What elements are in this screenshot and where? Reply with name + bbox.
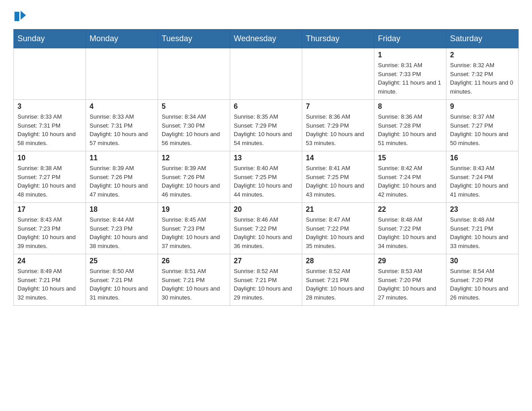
day-number: 3 <box>17 103 82 111</box>
day-number: 22 <box>378 206 442 214</box>
day-info: Sunrise: 8:35 AM Sunset: 7:29 PM Dayligh… <box>234 112 298 147</box>
day-number: 9 <box>450 103 515 111</box>
calendar-cell: 18Sunrise: 8:44 AM Sunset: 7:23 PM Dayli… <box>86 203 158 254</box>
day-number: 24 <box>17 257 82 265</box>
calendar-cell <box>230 48 302 100</box>
day-number: 4 <box>90 103 154 111</box>
day-info: Sunrise: 8:40 AM Sunset: 7:25 PM Dayligh… <box>234 164 298 199</box>
calendar-cell: 26Sunrise: 8:51 AM Sunset: 7:21 PM Dayli… <box>158 254 230 306</box>
day-number: 1 <box>378 51 442 59</box>
day-info: Sunrise: 8:39 AM Sunset: 7:26 PM Dayligh… <box>90 164 154 199</box>
day-info: Sunrise: 8:36 AM Sunset: 7:28 PM Dayligh… <box>378 112 442 147</box>
calendar-cell: 4Sunrise: 8:33 AM Sunset: 7:31 PM Daylig… <box>86 100 158 151</box>
day-number: 25 <box>90 257 154 265</box>
day-info: Sunrise: 8:52 AM Sunset: 7:21 PM Dayligh… <box>306 267 370 302</box>
day-number: 20 <box>234 206 298 214</box>
calendar-cell: 29Sunrise: 8:53 AM Sunset: 7:20 PM Dayli… <box>374 254 446 306</box>
week-row-1: 1Sunrise: 8:31 AM Sunset: 7:33 PM Daylig… <box>14 48 519 100</box>
calendar-cell: 21Sunrise: 8:47 AM Sunset: 7:22 PM Dayli… <box>302 203 374 254</box>
day-number: 29 <box>378 257 442 265</box>
weekday-header-tuesday: Tuesday <box>158 30 230 48</box>
day-number: 19 <box>162 206 226 214</box>
calendar-cell: 15Sunrise: 8:42 AM Sunset: 7:24 PM Dayli… <box>374 151 446 203</box>
day-info: Sunrise: 8:33 AM Sunset: 7:31 PM Dayligh… <box>90 112 154 147</box>
calendar-cell: 14Sunrise: 8:41 AM Sunset: 7:25 PM Dayli… <box>302 151 374 203</box>
day-info: Sunrise: 8:36 AM Sunset: 7:29 PM Dayligh… <box>306 112 370 147</box>
calendar-cell <box>14 48 86 100</box>
day-info: Sunrise: 8:31 AM Sunset: 7:33 PM Dayligh… <box>378 61 442 96</box>
day-number: 21 <box>306 206 370 214</box>
calendar-cell: 20Sunrise: 8:46 AM Sunset: 7:22 PM Dayli… <box>230 203 302 254</box>
calendar-cell: 25Sunrise: 8:50 AM Sunset: 7:21 PM Dayli… <box>86 254 158 306</box>
day-info: Sunrise: 8:45 AM Sunset: 7:23 PM Dayligh… <box>162 215 226 250</box>
calendar-cell: 8Sunrise: 8:36 AM Sunset: 7:28 PM Daylig… <box>374 100 446 151</box>
calendar-cell: 2Sunrise: 8:32 AM Sunset: 7:32 PM Daylig… <box>446 48 519 100</box>
week-row-3: 10Sunrise: 8:38 AM Sunset: 7:27 PM Dayli… <box>14 151 519 203</box>
day-info: Sunrise: 8:49 AM Sunset: 7:21 PM Dayligh… <box>17 267 82 302</box>
calendar-cell: 9Sunrise: 8:37 AM Sunset: 7:27 PM Daylig… <box>446 100 519 151</box>
calendar-cell: 6Sunrise: 8:35 AM Sunset: 7:29 PM Daylig… <box>230 100 302 151</box>
day-info: Sunrise: 8:44 AM Sunset: 7:23 PM Dayligh… <box>90 215 154 250</box>
day-number: 28 <box>306 257 370 265</box>
day-info: Sunrise: 8:51 AM Sunset: 7:21 PM Dayligh… <box>162 267 226 302</box>
day-info: Sunrise: 8:46 AM Sunset: 7:22 PM Dayligh… <box>234 215 298 250</box>
calendar-cell: 13Sunrise: 8:40 AM Sunset: 7:25 PM Dayli… <box>230 151 302 203</box>
week-row-2: 3Sunrise: 8:33 AM Sunset: 7:31 PM Daylig… <box>14 100 519 151</box>
calendar-cell: 11Sunrise: 8:39 AM Sunset: 7:26 PM Dayli… <box>86 151 158 203</box>
weekday-header-friday: Friday <box>374 30 446 48</box>
day-info: Sunrise: 8:43 AM Sunset: 7:24 PM Dayligh… <box>450 164 515 199</box>
calendar-cell: 7Sunrise: 8:36 AM Sunset: 7:29 PM Daylig… <box>302 100 374 151</box>
day-info: Sunrise: 8:47 AM Sunset: 7:22 PM Dayligh… <box>306 215 370 250</box>
day-number: 18 <box>90 206 154 214</box>
calendar-cell: 12Sunrise: 8:39 AM Sunset: 7:26 PM Dayli… <box>158 151 230 203</box>
day-info: Sunrise: 8:41 AM Sunset: 7:25 PM Dayligh… <box>306 164 370 199</box>
day-number: 11 <box>90 154 154 162</box>
day-info: Sunrise: 8:54 AM Sunset: 7:20 PM Dayligh… <box>450 267 515 302</box>
day-info: Sunrise: 8:39 AM Sunset: 7:26 PM Dayligh… <box>162 164 226 199</box>
day-number: 5 <box>162 103 226 111</box>
calendar-cell: 10Sunrise: 8:38 AM Sunset: 7:27 PM Dayli… <box>14 151 86 203</box>
day-number: 10 <box>17 154 82 162</box>
day-info: Sunrise: 8:52 AM Sunset: 7:21 PM Dayligh… <box>234 267 298 302</box>
day-info: Sunrise: 8:53 AM Sunset: 7:20 PM Dayligh… <box>378 267 442 302</box>
weekday-header-thursday: Thursday <box>302 30 374 48</box>
day-info: Sunrise: 8:33 AM Sunset: 7:31 PM Dayligh… <box>17 112 82 147</box>
day-info: Sunrise: 8:37 AM Sunset: 7:27 PM Dayligh… <box>450 112 515 147</box>
calendar-cell: 3Sunrise: 8:33 AM Sunset: 7:31 PM Daylig… <box>14 100 86 151</box>
calendar-table: SundayMondayTuesdayWednesdayThursdayFrid… <box>13 29 519 306</box>
day-info: Sunrise: 8:43 AM Sunset: 7:23 PM Dayligh… <box>17 215 82 250</box>
day-info: Sunrise: 8:50 AM Sunset: 7:21 PM Dayligh… <box>90 267 154 302</box>
day-number: 6 <box>234 103 298 111</box>
day-number: 17 <box>17 206 82 214</box>
calendar-cell <box>302 48 374 100</box>
weekday-header-saturday: Saturday <box>446 30 519 48</box>
day-info: Sunrise: 8:48 AM Sunset: 7:22 PM Dayligh… <box>378 215 442 250</box>
day-number: 27 <box>234 257 298 265</box>
calendar-cell: 1Sunrise: 8:31 AM Sunset: 7:33 PM Daylig… <box>374 48 446 100</box>
day-number: 14 <box>306 154 370 162</box>
calendar-cell: 5Sunrise: 8:34 AM Sunset: 7:30 PM Daylig… <box>158 100 230 151</box>
calendar-cell: 27Sunrise: 8:52 AM Sunset: 7:21 PM Dayli… <box>230 254 302 306</box>
calendar-cell <box>86 48 158 100</box>
calendar-cell: 28Sunrise: 8:52 AM Sunset: 7:21 PM Dayli… <box>302 254 374 306</box>
calendar-cell: 19Sunrise: 8:45 AM Sunset: 7:23 PM Dayli… <box>158 203 230 254</box>
calendar-cell: 23Sunrise: 8:48 AM Sunset: 7:21 PM Dayli… <box>446 203 519 254</box>
logo-blue-text: ▮ <box>13 9 20 23</box>
day-number: 13 <box>234 154 298 162</box>
calendar-cell <box>158 48 230 100</box>
day-number: 12 <box>162 154 226 162</box>
day-info: Sunrise: 8:38 AM Sunset: 7:27 PM Dayligh… <box>17 164 82 199</box>
day-number: 15 <box>378 154 442 162</box>
day-number: 26 <box>162 257 226 265</box>
weekday-header-wednesday: Wednesday <box>230 30 302 48</box>
weekday-header-monday: Monday <box>86 30 158 48</box>
week-row-5: 24Sunrise: 8:49 AM Sunset: 7:21 PM Dayli… <box>14 254 519 306</box>
calendar-header-row: SundayMondayTuesdayWednesdayThursdayFrid… <box>14 30 519 48</box>
logo-arrow-icon <box>21 11 26 20</box>
calendar-cell: 24Sunrise: 8:49 AM Sunset: 7:21 PM Dayli… <box>14 254 86 306</box>
day-number: 2 <box>450 51 515 59</box>
calendar-cell: 22Sunrise: 8:48 AM Sunset: 7:22 PM Dayli… <box>374 203 446 254</box>
day-number: 7 <box>306 103 370 111</box>
calendar-cell: 30Sunrise: 8:54 AM Sunset: 7:20 PM Dayli… <box>446 254 519 306</box>
day-number: 30 <box>450 257 515 265</box>
